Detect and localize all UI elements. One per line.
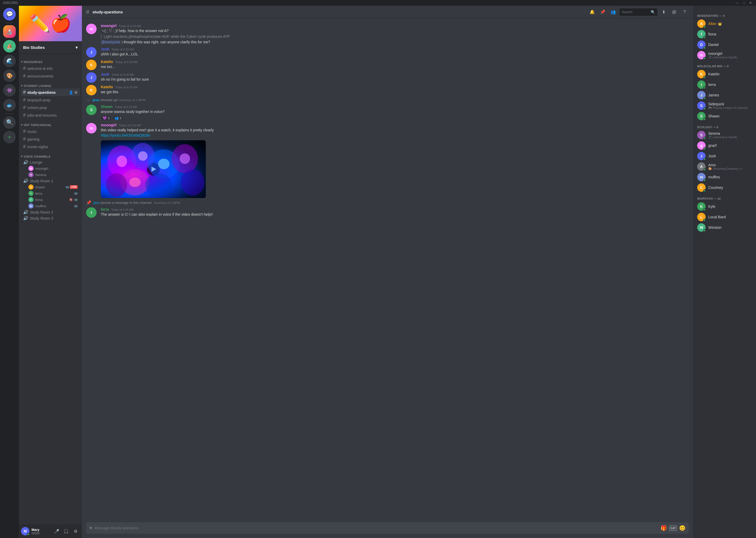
message-author[interactable]: Shawn: [101, 105, 113, 109]
help-button[interactable]: ?: [681, 8, 689, 16]
member-shawn[interactable]: S Shawn: [695, 111, 754, 121]
message-author[interactable]: moongirl: [101, 24, 117, 28]
category-student-lounge[interactable]: ▾ STUDENT LOUNGE: [19, 80, 82, 88]
video-link[interactable]: https://youtu.be/OiDx6aQ928o: [101, 133, 150, 137]
user-settings-button[interactable]: ⚙: [71, 527, 80, 535]
member-local-bard[interactable]: L Local Bard: [695, 212, 754, 222]
message-content: Shawn Today at 9:18 AM anyone wanna stud…: [101, 105, 689, 121]
member-moongirl[interactable]: m moongirl 🎵 Listening to Spotify: [695, 50, 754, 60]
message-author[interactable]: Josh: [101, 72, 110, 77]
member-name: Serena: [708, 131, 737, 135]
voice-user-shawn[interactable]: s shawn 📹 LIVE: [21, 184, 80, 190]
member-serena[interactable]: S Serena 🎵 Listening to Spotify: [695, 130, 754, 140]
channel-ochem-prep[interactable]: # ochem-prep: [21, 104, 80, 111]
member-sidequick[interactable]: S Sidequick 🎮 Playing League of Legends: [695, 100, 754, 111]
settings-icon[interactable]: ⚙: [74, 90, 78, 94]
inbox-button[interactable]: @: [670, 8, 678, 16]
pin-button[interactable]: 📌: [598, 8, 607, 16]
search-bar[interactable]: Search 🔍: [620, 8, 657, 16]
category-voice[interactable]: ▾ VOICE CHANNELS: [19, 150, 82, 159]
member-katelin[interactable]: K Katelin: [695, 69, 754, 79]
add-member-icon[interactable]: 👤: [69, 90, 73, 94]
category-off-topic[interactable]: ▾ OFF TOPIC/SOCIAL: [19, 119, 82, 128]
voice-user-serena[interactable]: S Serena: [21, 172, 80, 178]
members-button[interactable]: 👥: [609, 8, 617, 16]
headphone-button[interactable]: 🎧: [62, 527, 71, 535]
server-icon-3[interactable]: 🌊: [3, 55, 16, 67]
attach-button[interactable]: +: [89, 525, 92, 531]
reaction-1[interactable]: 💜 3: [101, 115, 112, 121]
hash-icon: #: [23, 136, 26, 142]
voice-user-name: Serena: [35, 173, 46, 177]
member-muffins[interactable]: m muffins: [695, 172, 754, 182]
channel-biopsych-prep[interactable]: # biopsych-prep: [21, 96, 80, 104]
message-text: The answer is C! I can also explain in v…: [101, 212, 689, 217]
channel-music[interactable]: # music: [21, 128, 80, 135]
emoji-button[interactable]: 😊: [679, 525, 685, 531]
voice-channel-study-room-1[interactable]: 🔊 Study Room 1: [21, 178, 80, 184]
server-icon-4[interactable]: 🎨: [3, 69, 16, 82]
system-actor[interactable]: jesu: [93, 98, 100, 102]
member-avatar: m: [697, 51, 706, 59]
server-icon-2[interactable]: ⛵: [3, 40, 16, 53]
voice-user-moongirl[interactable]: m moongirl: [21, 165, 80, 172]
server-header[interactable]: Bio Studies ▾: [19, 41, 82, 54]
voice-user-terra[interactable]: t terra 📹: [21, 190, 80, 196]
category-resources[interactable]: ▾ RESOURCES: [19, 56, 82, 65]
maximize-button[interactable]: □: [742, 1, 746, 5]
member-amo[interactable]: A Amo 🎨 Streaming Drawing \-r-/: [695, 161, 754, 172]
message-author[interactable]: Josh: [101, 47, 110, 51]
channel-welcome-info[interactable]: # welcome-&-info: [21, 65, 80, 72]
member-fiona[interactable]: f fiona: [695, 29, 754, 39]
server-6-icon: 🐟: [6, 102, 13, 108]
message-author[interactable]: Katelin: [101, 85, 113, 89]
window-controls: — □ ✕: [735, 1, 753, 5]
channel-announcements[interactable]: # announcements: [21, 72, 80, 80]
gift-icon[interactable]: 🎁: [660, 525, 667, 531]
minimize-button[interactable]: —: [735, 1, 740, 5]
crown-icon: 👑: [718, 22, 722, 26]
server-icon-6[interactable]: 🐟: [3, 99, 16, 111]
member-josh[interactable]: J Josh: [695, 151, 754, 161]
message-text: me too...: [101, 64, 689, 70]
member-kyle[interactable]: K Kyle: [695, 201, 754, 212]
add-server-button[interactable]: +: [3, 131, 16, 143]
server-icon-bio-studies[interactable]: 🔬: [3, 25, 16, 38]
member-allan[interactable]: A Allan 👑: [695, 19, 754, 29]
video-thumbnail[interactable]: [101, 140, 206, 198]
channel-gaming[interactable]: # gaming: [21, 135, 80, 143]
voice-channel-lounge[interactable]: 🔊 Lounge: [21, 159, 80, 165]
bell-button[interactable]: 🔔: [588, 8, 596, 16]
download-button[interactable]: ⬇: [659, 8, 668, 16]
voice-user-muffins[interactable]: m muffins 📹: [21, 203, 80, 209]
channel-jobs-and-resumes[interactable]: # jobs-and-resumes: [21, 111, 80, 119]
voice-channel-study-room-3[interactable]: 🔊 Study Room 3: [21, 215, 80, 221]
member-james[interactable]: J James: [695, 90, 754, 100]
member-winston[interactable]: W Winston: [695, 222, 754, 233]
voice-channel-name: Study Room 2: [30, 210, 53, 214]
voice-channel-study-room-2[interactable]: 🔊 Study Room 2: [21, 209, 80, 215]
speaker-icon: 🔊: [23, 210, 28, 215]
close-button[interactable]: ✕: [748, 1, 753, 5]
message-author[interactable]: Katelin: [101, 60, 113, 64]
member-gnarf[interactable]: g gnarf: [695, 140, 754, 151]
discord-home-button[interactable]: 💬: [3, 8, 16, 21]
reaction-2[interactable]: 👥 3: [113, 115, 123, 121]
voice-user-fiona[interactable]: f fiona 🔇 📹: [21, 196, 80, 203]
channel-movie-nights[interactable]: # movie-nights: [21, 143, 80, 150]
explore-servers-button[interactable]: 🔍: [3, 116, 16, 129]
server-icon-5[interactable]: 👾: [3, 84, 16, 97]
channel-study-questions[interactable]: # study-questions 👤 ⚙: [21, 88, 80, 96]
microphone-button[interactable]: 🎤: [53, 527, 61, 535]
message-input[interactable]: [95, 523, 659, 533]
member-avatar: A: [697, 162, 706, 171]
messages-area[interactable]: m moongirl Today at 9:18 AM ヽ( ; ▽ ; )/ …: [82, 19, 693, 522]
pin-actor[interactable]: jesu: [93, 201, 100, 205]
message-author[interactable]: moongirl: [101, 123, 117, 127]
message-author[interactable]: terra: [101, 207, 109, 211]
member-courtney[interactable]: C Courtney: [695, 182, 754, 193]
gif-button[interactable]: GIF: [669, 526, 677, 531]
member-terra[interactable]: t terra: [695, 79, 754, 90]
member-daniel[interactable]: D Daniel: [695, 39, 754, 50]
chevron-down-icon: ▾: [75, 45, 78, 50]
